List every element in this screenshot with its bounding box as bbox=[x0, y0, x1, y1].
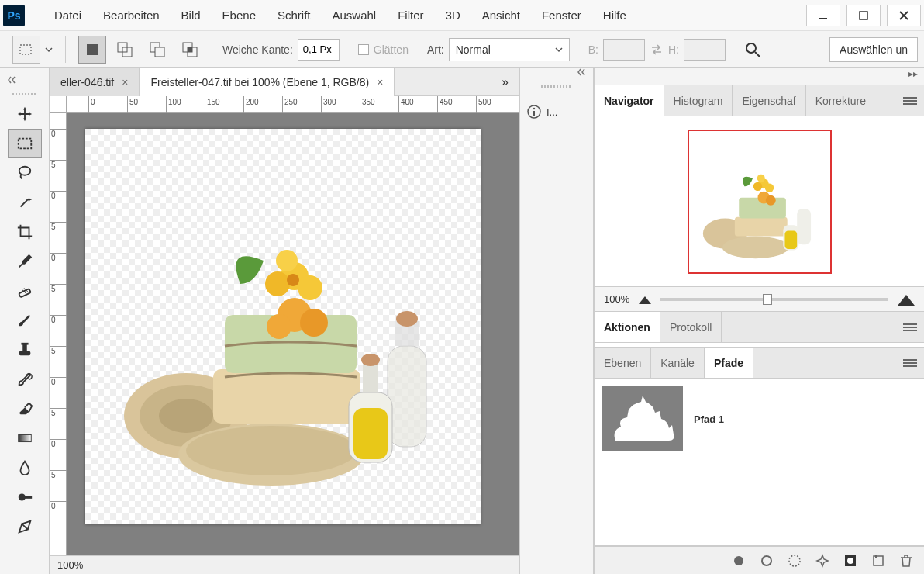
menu-datei[interactable]: Datei bbox=[43, 9, 92, 22]
zoom-out-icon[interactable] bbox=[639, 295, 651, 304]
delete-path-icon[interactable] bbox=[899, 554, 913, 568]
blur-tool[interactable] bbox=[8, 453, 42, 482]
document-tab-1-label: eller-046.tif bbox=[60, 76, 114, 88]
tab-navigator[interactable]: Navigator bbox=[595, 85, 664, 116]
tab-adjustments[interactable]: Korrekture bbox=[806, 85, 875, 116]
menu-bearbeiten[interactable]: Bearbeiten bbox=[92, 9, 171, 22]
document-area: eller-046.tif × Freisteller-047.tif bei … bbox=[50, 68, 519, 574]
svg-point-29 bbox=[159, 399, 213, 433]
options-bar: Weiche Kante: Glätten Art: Normal B: H: … bbox=[0, 31, 924, 68]
refine-edge-icon[interactable] bbox=[744, 41, 761, 58]
new-path-icon[interactable] bbox=[871, 554, 885, 568]
add-mask-icon[interactable] bbox=[843, 554, 857, 568]
svg-point-35 bbox=[265, 271, 290, 296]
chevron-down-icon[interactable] bbox=[45, 46, 53, 54]
maximize-button[interactable] bbox=[846, 5, 881, 26]
navigator-zoom-value[interactable]: 100% bbox=[604, 293, 629, 305]
menu-hilfe[interactable]: Hilfe bbox=[592, 9, 637, 22]
brush-tool[interactable] bbox=[8, 306, 42, 335]
close-button[interactable] bbox=[887, 5, 921, 26]
selection-to-path-icon[interactable] bbox=[815, 554, 829, 568]
selection-intersect-button[interactable] bbox=[176, 36, 204, 64]
path-to-selection-icon[interactable] bbox=[788, 554, 802, 568]
select-and-mask-button[interactable]: Auswählen un bbox=[829, 37, 918, 62]
marquee-tool[interactable] bbox=[8, 129, 42, 158]
svg-rect-65 bbox=[797, 208, 811, 244]
clone-stamp-tool[interactable] bbox=[8, 335, 42, 365]
feather-input[interactable] bbox=[298, 39, 340, 61]
menu-auswahl[interactable]: Auswahl bbox=[322, 9, 388, 22]
tab-channels[interactable]: Kanäle bbox=[651, 348, 705, 378]
panel-expand-button[interactable] bbox=[520, 68, 593, 85]
canvas-viewport[interactable] bbox=[67, 113, 519, 555]
zoom-in-icon[interactable] bbox=[898, 293, 915, 306]
stroke-path-icon[interactable] bbox=[760, 554, 774, 568]
menu-ansicht[interactable]: Ansicht bbox=[471, 9, 531, 22]
selection-subtract-button[interactable] bbox=[143, 36, 171, 64]
svg-rect-79 bbox=[874, 556, 883, 565]
tab-history[interactable]: Protokoll bbox=[660, 312, 722, 342]
svg-rect-42 bbox=[388, 346, 426, 447]
svg-point-60 bbox=[753, 182, 761, 190]
tab-paths[interactable]: Pfade bbox=[705, 348, 753, 378]
magic-wand-tool[interactable] bbox=[8, 188, 42, 217]
titlebar: Ps Datei Bearbeiten Bild Ebene Schrift A… bbox=[0, 0, 924, 31]
navigator-zoom-bar: 100% bbox=[595, 287, 924, 312]
healing-brush-tool[interactable] bbox=[8, 276, 42, 306]
tab-properties[interactable]: Eigenschaf bbox=[733, 85, 805, 116]
selection-add-button[interactable] bbox=[111, 36, 139, 64]
svg-line-14 bbox=[755, 52, 760, 57]
marquee-tool-preset[interactable] bbox=[12, 36, 40, 64]
menu-3d[interactable]: 3D bbox=[435, 9, 471, 22]
eyedropper-tool[interactable] bbox=[8, 247, 42, 276]
menu-fenster[interactable]: Fenster bbox=[531, 9, 592, 22]
menu-bild[interactable]: Bild bbox=[171, 9, 212, 22]
path-item[interactable]: Pfad 1 bbox=[595, 379, 924, 459]
tabs-overflow-button[interactable]: » bbox=[491, 75, 519, 89]
navigator-zoom-slider[interactable] bbox=[660, 298, 888, 301]
pen-tool[interactable] bbox=[8, 512, 42, 541]
canvas[interactable] bbox=[85, 129, 481, 524]
canvas-image bbox=[85, 129, 481, 524]
style-select[interactable]: Normal bbox=[449, 38, 570, 61]
panel-menu-button[interactable] bbox=[896, 85, 924, 116]
tab-histogram[interactable]: Histogram bbox=[664, 85, 733, 116]
history-brush-tool[interactable] bbox=[8, 365, 42, 394]
panels-area: ▸▸ Navigator Histogram Eigenschaf Korrek… bbox=[594, 68, 924, 574]
navigator-thumbnail[interactable] bbox=[688, 130, 832, 274]
minimize-button[interactable] bbox=[806, 5, 840, 26]
eraser-tool[interactable] bbox=[8, 394, 42, 424]
panels-collapse-button[interactable]: ▸▸ bbox=[595, 68, 924, 85]
tab-actions[interactable]: Aktionen bbox=[595, 312, 660, 342]
svg-point-78 bbox=[847, 558, 853, 564]
zoom-level[interactable]: 100% bbox=[57, 559, 83, 571]
menu-ebene[interactable]: Ebene bbox=[212, 9, 267, 22]
toolbox-collapse[interactable] bbox=[0, 71, 49, 88]
close-icon[interactable]: × bbox=[377, 76, 383, 88]
tab-layers[interactable]: Ebenen bbox=[595, 348, 651, 378]
dodge-tool[interactable] bbox=[8, 482, 42, 512]
info-icon bbox=[526, 104, 542, 119]
crop-tool[interactable] bbox=[8, 217, 42, 247]
width-label: B: bbox=[588, 43, 598, 56]
panel-menu-button[interactable] bbox=[896, 348, 924, 378]
menu-filter[interactable]: Filter bbox=[387, 9, 434, 22]
move-tool[interactable] bbox=[8, 99, 42, 129]
svg-rect-9 bbox=[155, 47, 164, 57]
close-icon[interactable]: × bbox=[122, 76, 128, 88]
svg-rect-24 bbox=[18, 434, 31, 441]
swap-icon[interactable] bbox=[650, 43, 664, 57]
selection-new-button[interactable] bbox=[78, 36, 106, 64]
svg-rect-67 bbox=[784, 230, 797, 249]
document-tab-2[interactable]: Freisteller-047.tif bei 100% (Ebene 1, R… bbox=[140, 68, 395, 96]
gradient-tool[interactable] bbox=[8, 424, 42, 453]
fill-path-icon[interactable] bbox=[732, 554, 746, 568]
feather-label: Weiche Kante: bbox=[222, 43, 293, 56]
panel-menu-button[interactable] bbox=[896, 312, 924, 342]
menu-schrift[interactable]: Schrift bbox=[267, 9, 322, 22]
style-label: Art: bbox=[427, 43, 444, 56]
document-tab-1[interactable]: eller-046.tif × bbox=[50, 68, 140, 96]
info-panel-button[interactable]: I... bbox=[520, 96, 593, 127]
toolbox-handle[interactable] bbox=[0, 88, 49, 99]
lasso-tool[interactable] bbox=[8, 158, 42, 188]
